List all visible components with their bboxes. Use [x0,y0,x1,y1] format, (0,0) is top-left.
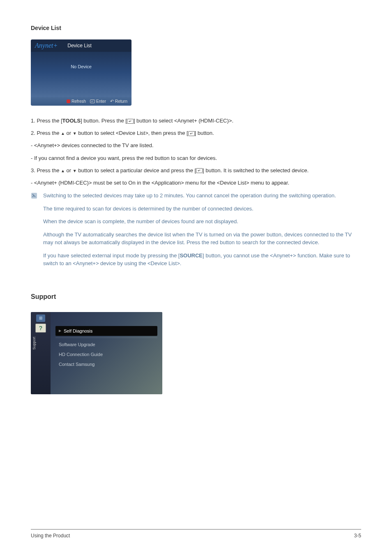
source-label: SOURCE [180,252,203,259]
device-list-footer: Refresh ↵ Enter ↶ Return [31,97,131,106]
text: button to select <Device List>, then pre… [77,130,188,136]
support-heading: Support [31,293,361,301]
up-arrow-icon: ▲ [61,131,65,136]
support-main: ▶ Self Diagnosis Software Upgrade HD Con… [51,312,162,394]
page-footer: Using the Product 3-5 [31,529,361,539]
note-2: The time required to scan for devices is… [43,205,361,213]
support-panel: ⊞ ? Support ▶ Self Diagnosis Software Up… [31,312,162,394]
enter-icon: ↵ [90,99,95,103]
footer-left: Using the Product [31,533,70,539]
divider [55,338,157,338]
menu-item-contact-samsung[interactable]: Contact Samsung [55,359,157,369]
enter-hint: ↵ Enter [90,99,106,104]
footer-right: 3-5 [354,533,361,539]
return-label: Return [115,99,127,104]
down-arrow-icon: ▼ [73,131,77,136]
note-5: If you have selected external input mode… [43,252,361,268]
refresh-hint: Refresh [67,99,86,104]
device-list-body: No Device [31,52,131,97]
refresh-label: Refresh [71,99,86,104]
note-3: When the device scan is complete, the nu… [43,217,361,226]
text: 1. Press the [ [31,118,62,124]
note-1: Switching to the selected devices may ta… [43,192,361,200]
sidebar-small-icon: ⊞ [36,314,45,322]
instruction-step1: 1. Press the [TOOLS] button. Press the [… [31,117,361,125]
text: 2. Press the [31,130,61,136]
text: ] button. It is switched to the selected… [203,167,309,173]
triangle-right-icon: ▶ [59,329,61,333]
return-icon: ↶ [110,99,114,104]
instructions-block: 1. Press the [TOOLS] button. Press the [… [31,117,361,187]
text: ] button. [195,130,214,136]
menu-item-self-diagnosis[interactable]: ▶ Self Diagnosis [55,326,157,336]
text: If you have selected external input mode… [43,252,180,259]
text: or [65,130,73,136]
sidebar-question-icon[interactable]: ? [35,324,46,333]
note-content: Switching to the selected devices may ta… [43,192,361,273]
down-arrow-icon: ▼ [73,168,77,173]
device-list-heading: Device List [31,25,361,31]
menu-item-software-upgrade[interactable]: Software Upgrade [55,340,157,349]
menu-label: HD Connection Guide [59,352,103,357]
text: or [65,167,73,173]
instruction-bullet3: - <Anynet+ (HDMI-CEC)> must be set to On… [31,179,361,187]
instruction-step3: 3. Press the ▲ or ▼ button to select a p… [31,167,361,174]
device-list-panel-title: Device List [67,43,92,49]
up-arrow-icon: ▲ [61,168,65,173]
text: 3. Press the [31,167,61,173]
support-sidebar: ⊞ ? Support [31,312,51,394]
text: ] button. Press the [ [81,118,127,124]
menu-item-hd-connection-guide[interactable]: HD Connection Guide [55,349,157,359]
menu-label: Contact Samsung [59,362,95,367]
anynet-logo: Anynet+ [35,42,58,49]
note-block: Switching to the selected devices may ta… [31,192,361,273]
instruction-step2: 2. Press the ▲ or ▼ button to select <De… [31,130,361,137]
menu-label: Self Diagnosis [64,328,92,333]
tools-label: TOOLS [62,118,81,124]
enter-button-icon [188,131,195,136]
red-button-icon [67,99,70,103]
menu-label: Software Upgrade [59,342,95,347]
text: button to select a particular device and… [77,167,196,173]
device-list-panel: Anynet+ Device List No Device Refresh ↵ … [31,39,131,106]
note-4: Although the TV automatically searches t… [43,231,361,247]
instruction-bullet2: - If you cannot find a device you want, … [31,155,361,162]
note-icon [31,192,37,199]
sidebar-label: Support [32,337,36,350]
instruction-bullet1: - <Anynet+> devices connected to the TV … [31,142,361,149]
enter-button-icon [196,168,203,173]
enter-label: Enter [96,99,106,104]
text: ] button to select <Anynet+ (HDMI-CEC)>. [134,118,233,124]
enter-button-icon [127,119,134,124]
device-list-header: Anynet+ Device List [31,39,131,52]
return-hint: ↶ Return [110,99,127,104]
